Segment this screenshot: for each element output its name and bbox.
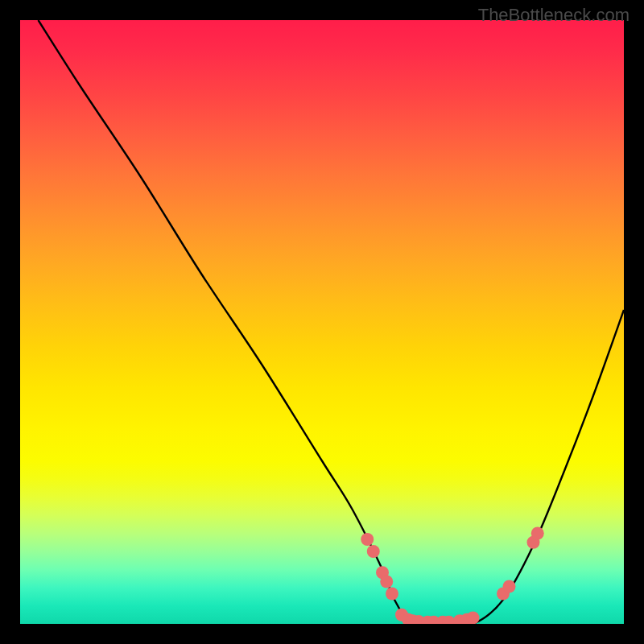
watermark-text: TheBottleneck.com [478, 5, 630, 26]
plot-area [20, 20, 624, 624]
gradient-background [20, 20, 624, 624]
